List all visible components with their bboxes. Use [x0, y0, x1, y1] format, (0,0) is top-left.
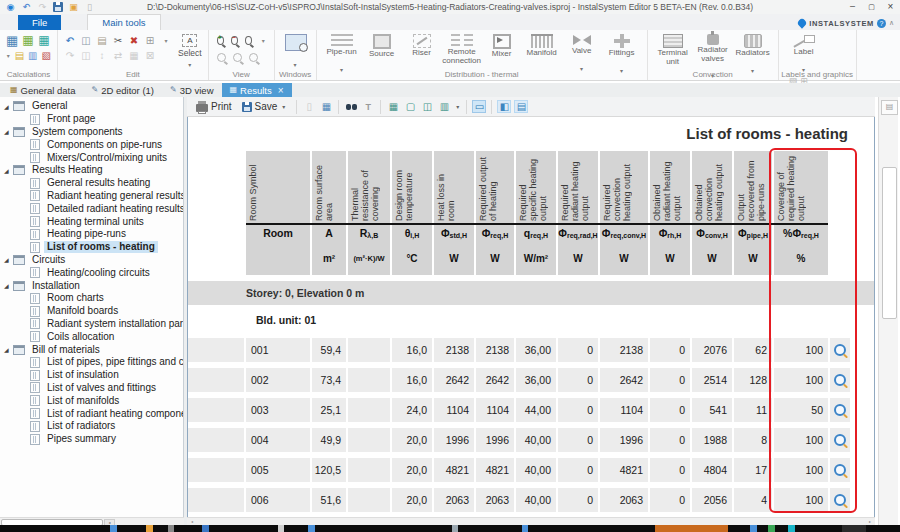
horizontal-scrollbar[interactable]: ◂ ▸ [187, 517, 875, 525]
pane-left-icon[interactable] [497, 100, 511, 113]
tree-item-radiant-heating-general-results[interactable]: Radiant heating general results [0, 190, 183, 203]
expand-arrow-icon[interactable] [4, 256, 13, 263]
mirror-icon[interactable] [80, 49, 92, 62]
dropdown-caret[interactable] [259, 33, 268, 48]
table-icon[interactable] [319, 100, 333, 113]
redo-icon[interactable] [64, 49, 76, 62]
dropdown-caret[interactable] [6, 48, 11, 63]
tab-file[interactable]: File [18, 15, 61, 30]
tree-group-general[interactable]: General [0, 100, 183, 113]
tab-2d-editor-1[interactable]: 2D editor (1) [84, 83, 163, 97]
new-file-icon[interactable] [84, 2, 95, 13]
redo-icon[interactable] [37, 2, 48, 13]
tree-item-list-of-valves-and-fittings[interactable]: List of valves and fittings [0, 382, 183, 395]
copy-icon[interactable] [80, 34, 92, 47]
tree-item-list-of-rooms-heating[interactable]: List of rooms - heating [0, 241, 183, 254]
dropdown-caret[interactable] [160, 33, 172, 48]
tree-group-results-heating[interactable]: Results Heating [0, 164, 183, 177]
page-layout-button[interactable]: ▤ [881, 100, 898, 115]
tree-item-pipes-summary[interactable]: Pipes summary [0, 433, 183, 446]
cut-icon[interactable] [112, 34, 124, 47]
grid-menu-icon[interactable] [437, 100, 451, 113]
taskbar-tray[interactable] [842, 525, 866, 532]
caret-icon[interactable] [454, 100, 461, 113]
taskbar-app-icon[interactable] [168, 525, 174, 532]
expand-arrow-icon[interactable] [4, 346, 13, 353]
tab-3d-view[interactable]: 3D view [162, 83, 222, 97]
ribbon-button-terminal-unit[interactable]: Terminal unit [654, 33, 692, 66]
tree-item-manifold-boards[interactable]: Manifold boards [0, 305, 183, 318]
taskbar-app-icon[interactable] [110, 525, 117, 532]
scrollbar-thumb[interactable] [882, 167, 897, 319]
zoom-icon[interactable] [834, 344, 846, 356]
tree-group-system-components[interactable]: System components [0, 126, 183, 139]
pane-wide-icon[interactable] [472, 100, 486, 113]
select-button[interactable]: Select [178, 33, 202, 69]
tree-item-heating-cooling-circuits[interactable]: Heating/cooling circuits [0, 266, 183, 279]
calc-check-icon[interactable] [28, 49, 37, 62]
transform-icon[interactable] [144, 34, 156, 47]
zoom-icon[interactable] [834, 404, 846, 416]
zoom-previous-icon[interactable] [233, 53, 242, 62]
grid-outline-icon[interactable] [403, 100, 417, 113]
taskbar-app-icon[interactable] [522, 525, 528, 532]
taskbar-app-icon[interactable] [146, 525, 153, 532]
tree-group-circuits[interactable]: Circuits [0, 254, 183, 267]
grid-split-icon[interactable] [420, 100, 434, 113]
sidebar-scrollbar[interactable]: ◂ [0, 517, 184, 525]
taskbar-app-icon[interactable] [452, 525, 458, 532]
taskbar-active-app[interactable] [655, 525, 728, 532]
taskbar-app-icon[interactable] [788, 525, 795, 532]
taskbar-app-icon[interactable] [278, 525, 284, 532]
taskbar-app-icon[interactable] [750, 525, 757, 532]
tree-item-front-page[interactable]: Front page [0, 113, 183, 126]
ribbon-button-remote-connection[interactable]: Remote connection [443, 33, 481, 65]
calc-options-icon[interactable] [22, 34, 34, 47]
taskbar-app-icon[interactable] [768, 525, 775, 532]
save-button[interactable]: Save [239, 99, 291, 114]
tree-item-detailed-radiant-heating-results[interactable]: Detailed radiant heating results [0, 202, 183, 215]
tree-item-radiant-system-installation-parameters[interactable]: Radiant system installation parameters [0, 318, 183, 331]
ribbon-button-riser[interactable]: Riser [403, 33, 441, 58]
calc-errors-icon[interactable] [42, 49, 51, 62]
pan-icon[interactable] [217, 53, 226, 62]
print-button[interactable]: Print [193, 100, 235, 113]
paste-icon[interactable] [96, 34, 108, 47]
tree-item-room-charts[interactable]: Room charts [0, 292, 183, 305]
zoom-icon[interactable] [834, 464, 846, 476]
close-tab-icon[interactable] [278, 85, 284, 96]
tree-item-list-of-pipes-pipe-fittings-and-couplings[interactable]: List of pipes, pipe fittings and couplin… [0, 356, 183, 369]
array-icon[interactable] [128, 49, 140, 62]
close-button[interactable] [881, 0, 900, 14]
find-icon[interactable] [344, 100, 358, 113]
tree-group-bill-of-materials[interactable]: Bill of materials [0, 343, 183, 356]
tree-item-coils-allocation[interactable]: Coils allocation [0, 330, 183, 343]
maximize-button[interactable] [862, 0, 881, 14]
help-icon[interactable]: ? [877, 19, 886, 28]
pane-rows-icon[interactable] [514, 100, 528, 113]
save-icon[interactable] [53, 2, 63, 12]
undo-icon[interactable] [21, 2, 32, 13]
calc-data-icon[interactable] [15, 49, 24, 62]
calc-results-icon[interactable] [38, 34, 50, 47]
zoom-window-icon[interactable] [245, 36, 252, 45]
undo-icon[interactable] [64, 34, 76, 47]
windows-button[interactable] [281, 33, 310, 72]
collapse-ribbon-icon[interactable]: ∧ [889, 19, 894, 27]
ribbon-button-source[interactable]: Source [363, 33, 401, 59]
tree-item-list-of-radiators[interactable]: List of radiators [0, 420, 183, 433]
tree-item-components-on-pipe-runs[interactable]: Components on pipe-runs [0, 138, 183, 151]
move-vertical-icon[interactable] [96, 49, 108, 62]
zoom-icon[interactable] [834, 374, 846, 386]
zoom-out-icon[interactable] [231, 36, 238, 45]
minimize-button[interactable] [843, 0, 862, 14]
delete-icon[interactable] [128, 34, 140, 47]
zoom-icon[interactable] [834, 494, 846, 506]
font-icon[interactable] [361, 100, 375, 113]
tree-item-list-of-radiant-heating-components[interactable]: List of radiant heating components [0, 407, 183, 420]
move-horizontal-icon[interactable] [112, 49, 124, 62]
tab-general-data[interactable]: General data [2, 83, 84, 97]
tree-item-list-of-insulation[interactable]: List of insulation [0, 369, 183, 382]
expand-arrow-icon[interactable] [4, 282, 13, 289]
tab-main-tools[interactable]: Main tools [87, 14, 160, 30]
